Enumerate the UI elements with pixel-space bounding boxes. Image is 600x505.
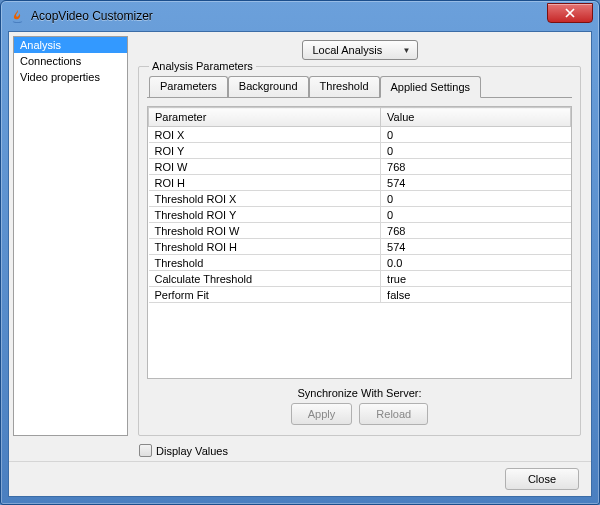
table-row[interactable]: Threshold ROI H574 [149, 239, 571, 255]
param-cell: Threshold ROI H [149, 239, 381, 255]
tab-background[interactable]: Background [228, 76, 309, 97]
combo-label: Local Analysis [313, 44, 383, 56]
table-row[interactable]: ROI W768 [149, 159, 571, 175]
analysis-mode-combo[interactable]: Local Analysis ▼ [302, 40, 418, 60]
reload-button[interactable]: Reload [359, 403, 428, 425]
apply-button[interactable]: Apply [291, 403, 353, 425]
sidebar-item-analysis[interactable]: Analysis [14, 37, 127, 53]
table-row[interactable]: Threshold ROI W768 [149, 223, 571, 239]
value-cell: 0 [381, 207, 571, 223]
value-cell: 768 [381, 223, 571, 239]
close-window-button[interactable] [547, 3, 593, 23]
tab-parameters[interactable]: Parameters [149, 76, 228, 97]
display-values-text: Display Values [156, 445, 228, 457]
value-cell: true [381, 271, 571, 287]
parameters-table: Parameter Value ROI X0ROI Y0ROI W768ROI … [148, 107, 571, 303]
applied-settings-panel: Parameter Value ROI X0ROI Y0ROI W768ROI … [147, 106, 572, 425]
value-cell: false [381, 287, 571, 303]
value-cell: 574 [381, 175, 571, 191]
col-header-value[interactable]: Value [381, 108, 571, 127]
right-pane: Local Analysis ▼ Analysis Parameters Par… [128, 32, 591, 440]
tabs-bar: ParametersBackgroundThresholdApplied Set… [147, 76, 572, 98]
sidebar-list[interactable]: AnalysisConnectionsVideo properties [13, 36, 128, 436]
value-cell: 0 [381, 191, 571, 207]
tab-threshold[interactable]: Threshold [309, 76, 380, 97]
table-row[interactable]: Threshold ROI Y0 [149, 207, 571, 223]
param-cell: Threshold ROI Y [149, 207, 381, 223]
title-bar[interactable]: AcopVideo Customizer [1, 1, 599, 31]
sidebar-item-connections[interactable]: Connections [14, 53, 127, 69]
main-split: AnalysisConnectionsVideo properties Loca… [9, 32, 591, 440]
param-cell: ROI H [149, 175, 381, 191]
table-container: Parameter Value ROI X0ROI Y0ROI W768ROI … [147, 106, 572, 379]
chevron-down-icon: ▼ [403, 46, 411, 55]
display-values-row: Display Values [9, 440, 591, 461]
param-cell: ROI X [149, 127, 381, 143]
table-row[interactable]: Threshold ROI X0 [149, 191, 571, 207]
sync-block: Synchronize With Server: Apply Reload [147, 379, 572, 425]
col-header-parameter[interactable]: Parameter [149, 108, 381, 127]
window-title: AcopVideo Customizer [31, 9, 547, 23]
param-cell: Threshold [149, 255, 381, 271]
analysis-parameters-group: Analysis Parameters ParametersBackground… [138, 66, 581, 436]
close-button[interactable]: Close [505, 468, 579, 490]
table-row[interactable]: ROI X0 [149, 127, 571, 143]
value-cell: 0.0 [381, 255, 571, 271]
sync-label: Synchronize With Server: [147, 387, 572, 399]
display-values-checkbox-label[interactable]: Display Values [139, 444, 581, 457]
table-row[interactable]: Calculate Thresholdtrue [149, 271, 571, 287]
param-cell: Perform Fit [149, 287, 381, 303]
dialog-footer: Close [9, 461, 591, 496]
value-cell: 0 [381, 143, 571, 159]
param-cell: Threshold ROI W [149, 223, 381, 239]
sidebar-item-video-properties[interactable]: Video properties [14, 69, 127, 85]
param-cell: Threshold ROI X [149, 191, 381, 207]
param-cell: ROI W [149, 159, 381, 175]
group-legend: Analysis Parameters [149, 60, 256, 72]
table-row[interactable]: ROI Y0 [149, 143, 571, 159]
param-cell: ROI Y [149, 143, 381, 159]
client-area: AnalysisConnectionsVideo properties Loca… [8, 31, 592, 497]
display-values-checkbox[interactable] [139, 444, 152, 457]
value-cell: 0 [381, 127, 571, 143]
value-cell: 768 [381, 159, 571, 175]
value-cell: 574 [381, 239, 571, 255]
table-row[interactable]: Threshold0.0 [149, 255, 571, 271]
window-frame: AcopVideo Customizer AnalysisConnections… [0, 0, 600, 505]
table-row[interactable]: ROI H574 [149, 175, 571, 191]
java-app-icon [9, 8, 25, 24]
table-row[interactable]: Perform Fitfalse [149, 287, 571, 303]
param-cell: Calculate Threshold [149, 271, 381, 287]
tab-applied-settings[interactable]: Applied Settings [380, 76, 482, 98]
